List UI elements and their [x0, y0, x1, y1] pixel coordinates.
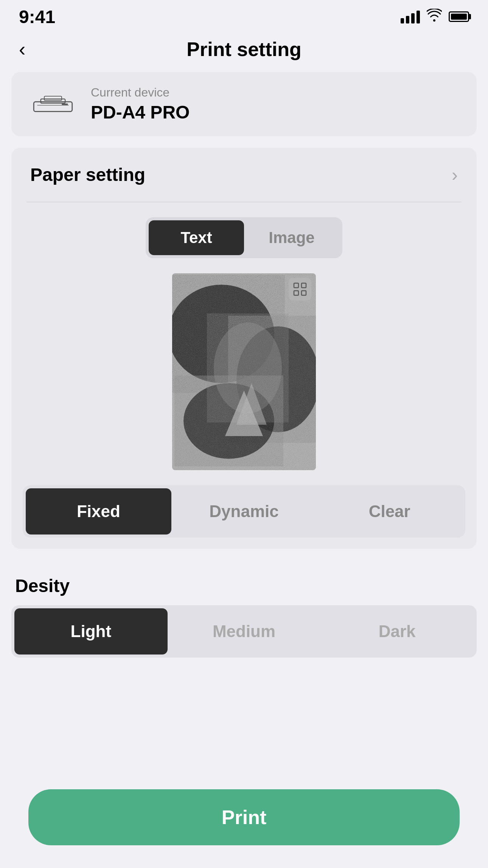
page-title: Print setting [186, 38, 301, 61]
paper-setting-row[interactable]: Paper setting › [11, 148, 477, 202]
battery-icon [449, 11, 469, 22]
header: ‹ Print setting [0, 30, 488, 72]
svg-rect-16 [294, 291, 298, 295]
dither-preview-svg [172, 273, 316, 470]
device-name: PD-A4 PRO [91, 102, 190, 123]
signal-icon [401, 10, 420, 23]
divider [26, 202, 462, 202]
dark-density-button[interactable]: Dark [320, 608, 474, 655]
back-button[interactable]: ‹ [19, 39, 25, 59]
fullscreen-icon [293, 282, 307, 296]
density-label: Desity [11, 575, 477, 596]
paper-setting-label: Paper setting [30, 164, 145, 185]
device-info: Current device PD-A4 PRO [91, 86, 190, 123]
svg-rect-17 [302, 291, 306, 295]
medium-density-button[interactable]: Medium [168, 608, 321, 655]
preview-container [172, 273, 316, 470]
fixed-mode-button[interactable]: Fixed [26, 488, 171, 535]
fullscreen-button[interactable] [289, 278, 311, 301]
svg-rect-4 [62, 103, 68, 105]
svg-rect-2 [44, 96, 62, 100]
density-selector: Light Medium Dark [11, 605, 477, 658]
text-mode-button[interactable]: Text [149, 220, 244, 255]
light-density-button[interactable]: Light [14, 608, 168, 655]
device-card: Current device PD-A4 PRO [11, 72, 477, 136]
device-icon [30, 92, 76, 116]
wifi-icon [427, 9, 442, 25]
status-icons [401, 9, 469, 25]
text-image-toggle: Text Image [146, 217, 342, 258]
dynamic-mode-button[interactable]: Dynamic [171, 488, 317, 535]
print-mode-selector: Fixed Dynamic Clear [23, 485, 465, 538]
status-bar: 9:41 [0, 0, 488, 30]
current-device-label: Current device [91, 86, 190, 100]
preview-image [172, 273, 316, 470]
clear-mode-button[interactable]: Clear [317, 488, 462, 535]
status-time: 9:41 [19, 6, 55, 27]
svg-rect-14 [294, 283, 298, 288]
chevron-right-icon: › [452, 164, 458, 185]
density-section: Desity Light Medium Dark [0, 560, 488, 665]
svg-rect-15 [302, 283, 306, 288]
settings-card: Paper setting › Text Image [11, 148, 477, 549]
image-mode-button[interactable]: Image [244, 220, 339, 255]
svg-rect-13 [172, 273, 316, 470]
print-button[interactable]: Print [28, 789, 460, 845]
